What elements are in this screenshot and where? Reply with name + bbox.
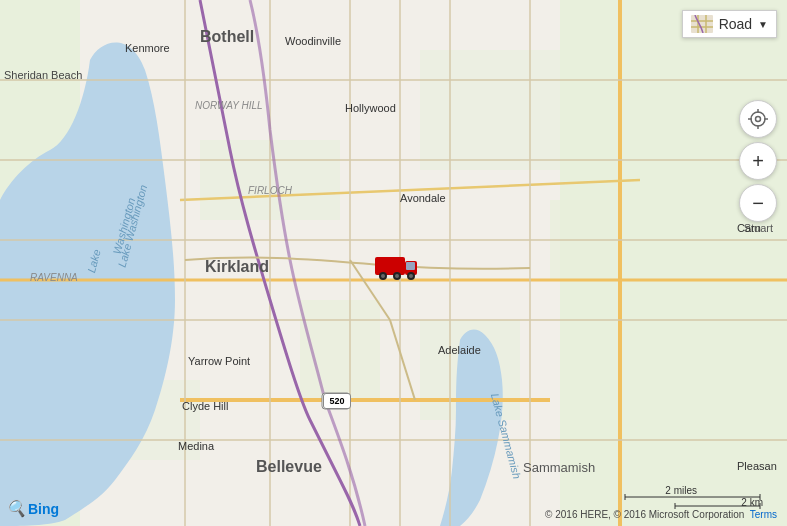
zoom-in-button[interactable]: + <box>739 142 777 180</box>
svg-point-38 <box>751 112 765 126</box>
bing-logo: 🔍 Bing <box>6 499 59 518</box>
map-container[interactable]: Road ▼ + − Stuart Kenmore Bothell Woodin… <box>0 0 787 526</box>
scale-miles-label: 2 miles <box>665 485 697 496</box>
truck-marker <box>375 250 419 292</box>
map-type-arrow: ▼ <box>758 19 768 30</box>
map-type-control[interactable]: Road ▼ <box>682 10 777 38</box>
attribution-text: © 2016 HERE, © 2016 Microsoft Corporatio… <box>545 509 744 520</box>
scale-km-label: 2 km <box>741 497 763 508</box>
svg-point-50 <box>395 274 399 278</box>
svg-point-52 <box>409 274 413 278</box>
svg-rect-5 <box>420 50 560 170</box>
svg-rect-44 <box>375 257 405 275</box>
zoom-out-button[interactable]: − <box>739 184 777 222</box>
map-type-label: Road <box>719 16 752 32</box>
svg-rect-26 <box>322 393 350 409</box>
svg-point-39 <box>756 117 761 122</box>
zoom-controls: + − <box>739 100 777 222</box>
location-button[interactable] <box>739 100 777 138</box>
map-type-icon <box>691 15 713 33</box>
attribution: © 2016 HERE, © 2016 Microsoft Corporatio… <box>545 509 777 520</box>
svg-rect-46 <box>406 262 415 270</box>
svg-point-48 <box>381 274 385 278</box>
terms-link[interactable]: Terms <box>750 509 777 520</box>
